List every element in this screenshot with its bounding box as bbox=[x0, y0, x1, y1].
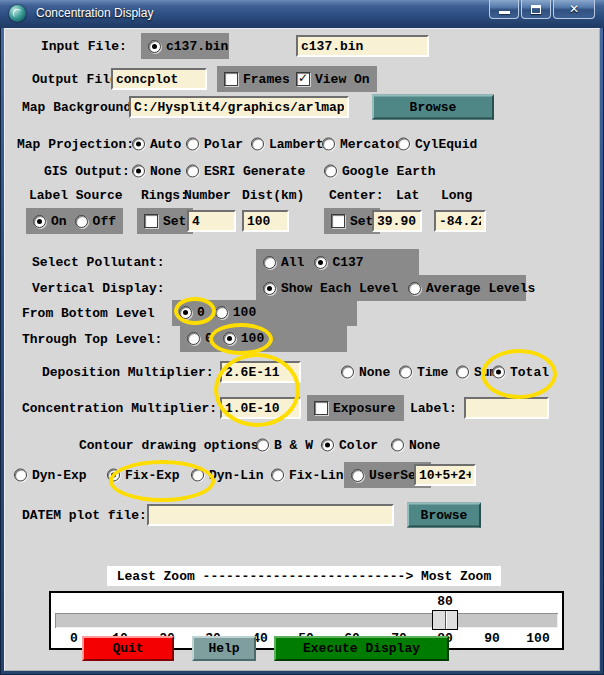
radio-projection-auto[interactable]: Auto bbox=[132, 137, 181, 152]
from-bottom-level-label: From Bottom Level bbox=[22, 305, 155, 320]
radio-gis-google-earth[interactable]: Google Earth bbox=[324, 164, 436, 179]
radio-label: ESRI Generate bbox=[204, 164, 305, 179]
radio-bottom-100[interactable]: 100 bbox=[215, 305, 256, 320]
view-on-checkbox[interactable]: View On bbox=[296, 72, 370, 87]
help-button[interactable]: Help bbox=[192, 636, 256, 661]
radio-dyn-lin[interactable]: Dyn-Lin bbox=[191, 468, 264, 483]
radio-icon bbox=[33, 215, 46, 228]
radio-icon bbox=[408, 282, 421, 295]
radio-projection-cylequid[interactable]: CylEquid bbox=[397, 137, 477, 152]
userset-entry[interactable] bbox=[414, 464, 476, 486]
radio-average-levels[interactable]: Average Levels bbox=[408, 281, 535, 296]
datem-browse-button[interactable]: Browse bbox=[407, 503, 481, 528]
radio-input-file-c137[interactable]: c137.bin bbox=[148, 39, 228, 54]
minimize-icon bbox=[499, 11, 510, 14]
view-on-panel: View On bbox=[289, 66, 377, 92]
radio-icon bbox=[191, 469, 204, 482]
radio-icon bbox=[14, 469, 27, 482]
deposition-multiplier-label: Deposition Multiplier: bbox=[42, 365, 214, 380]
radio-label: Fix-Exp bbox=[125, 468, 180, 483]
radio-userset[interactable]: UserSet bbox=[351, 468, 424, 483]
radio-icon bbox=[322, 138, 335, 151]
radio-dyn-exp[interactable]: Dyn-Exp bbox=[14, 468, 87, 483]
radio-label: 100 bbox=[241, 331, 264, 346]
radio-icon bbox=[397, 138, 410, 151]
gis-output-label: GIS Output: bbox=[44, 164, 130, 179]
radio-contour-color[interactable]: Color bbox=[321, 438, 378, 453]
label-caption: Label: bbox=[410, 401, 457, 416]
radio-projection-mercator[interactable]: Mercator bbox=[322, 137, 402, 152]
radio-deposition-total[interactable]: Total bbox=[492, 365, 549, 380]
radio-label: Color bbox=[339, 438, 378, 453]
rings-dist-header: Dist(km) bbox=[242, 188, 304, 203]
radio-deposition-time[interactable]: Time bbox=[399, 365, 448, 380]
quit-button[interactable]: Quit bbox=[82, 636, 174, 661]
rings-number-header: Number bbox=[184, 188, 231, 203]
rings-number-entry[interactable] bbox=[187, 210, 236, 232]
radio-show-each-level[interactable]: Show Each Level bbox=[263, 281, 398, 296]
radio-icon bbox=[251, 138, 264, 151]
rings-set-checkbox[interactable]: Set bbox=[144, 214, 186, 229]
radio-contour-none[interactable]: None bbox=[391, 438, 440, 453]
map-background-browse-button[interactable]: Browse bbox=[372, 95, 494, 120]
radio-contour-bw[interactable]: B & W bbox=[256, 438, 313, 453]
radio-pollutant-c137[interactable]: C137 bbox=[314, 255, 363, 270]
radio-gis-none[interactable]: None bbox=[132, 164, 181, 179]
frames-checkbox[interactable]: Frames bbox=[224, 72, 290, 87]
map-background-entry[interactable] bbox=[129, 96, 349, 118]
radio-label-source-on[interactable]: On bbox=[33, 214, 67, 229]
datem-entry[interactable] bbox=[147, 504, 394, 526]
input-file-entry[interactable] bbox=[296, 35, 429, 57]
radio-icon bbox=[186, 138, 199, 151]
checkbox-icon bbox=[296, 72, 310, 86]
radio-fix-lin[interactable]: Fix-Lin bbox=[271, 468, 344, 483]
label-entry[interactable] bbox=[464, 397, 549, 419]
radio-icon bbox=[314, 256, 327, 269]
tk-globe-icon bbox=[9, 5, 26, 22]
slider-tick: 90 bbox=[484, 631, 500, 646]
radio-pollutant-all[interactable]: All bbox=[263, 255, 304, 270]
radio-projection-lambert[interactable]: Lambert bbox=[251, 137, 324, 152]
output-file-entry[interactable] bbox=[111, 68, 207, 90]
radio-icon bbox=[321, 439, 334, 452]
zoom-slider-trough[interactable] bbox=[55, 613, 558, 628]
radio-deposition-none[interactable]: None bbox=[341, 365, 390, 380]
center-long-entry[interactable] bbox=[434, 210, 486, 232]
window-title: Concentration Display bbox=[36, 6, 153, 20]
radio-projection-polar[interactable]: Polar bbox=[186, 137, 243, 152]
radio-bottom-0[interactable]: 0 bbox=[179, 305, 205, 320]
exposure-checkbox[interactable]: Exposure bbox=[314, 401, 395, 416]
radio-top-100[interactable]: 100 bbox=[223, 331, 264, 346]
execute-display-button[interactable]: Execute Display bbox=[274, 636, 449, 661]
concentration-multiplier-entry[interactable] bbox=[220, 397, 301, 419]
radio-label: All bbox=[281, 255, 304, 270]
minimize-button[interactable] bbox=[489, 0, 519, 19]
close-button[interactable]: ✕ bbox=[553, 0, 595, 19]
radio-label: Time bbox=[417, 365, 448, 380]
radio-label: Fix-Lin bbox=[289, 468, 344, 483]
label-source-panel: On Off bbox=[26, 208, 123, 234]
label-source-header: Label Source bbox=[29, 188, 123, 203]
radio-fix-exp[interactable]: Fix-Exp bbox=[107, 468, 180, 483]
radio-top-0[interactable]: 0 bbox=[187, 331, 213, 346]
deposition-multiplier-entry[interactable] bbox=[220, 361, 301, 383]
radio-label: On bbox=[51, 214, 67, 229]
checkbox-label: View On bbox=[315, 72, 370, 87]
titlebar[interactable]: Concentration Display ✕ bbox=[0, 0, 604, 28]
input-file-radio-panel: c137.bin bbox=[141, 33, 229, 59]
radio-icon bbox=[351, 469, 364, 482]
maximize-button[interactable] bbox=[521, 0, 551, 19]
radio-icon bbox=[399, 366, 412, 379]
radio-label: c137.bin bbox=[166, 39, 228, 54]
center-set-checkbox[interactable]: Set bbox=[331, 214, 373, 229]
radio-label-source-off[interactable]: Off bbox=[75, 214, 116, 229]
center-lat-entry[interactable] bbox=[372, 210, 422, 232]
radio-label: Lambert bbox=[269, 137, 324, 152]
radio-gis-esri[interactable]: ESRI Generate bbox=[186, 164, 305, 179]
radio-icon bbox=[391, 439, 404, 452]
window-controls: ✕ bbox=[489, 0, 595, 19]
rings-header: Rings: bbox=[141, 188, 188, 203]
center-lat-header: Lat bbox=[396, 188, 419, 203]
rings-dist-entry[interactable] bbox=[242, 210, 289, 232]
zoom-slider-handle[interactable] bbox=[432, 610, 458, 630]
